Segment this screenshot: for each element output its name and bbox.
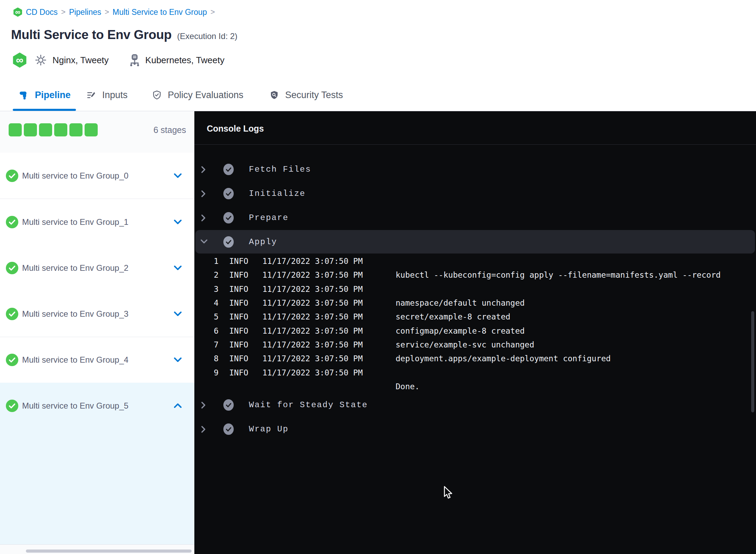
console-step-label: Prepare [249,213,289,222]
console-logs-panel: Console Logs Fetch Files Initialize [194,111,756,554]
execution-id: (Execution Id: 2) [177,31,238,41]
console-step-wrap-up[interactable]: Wrap Up [194,417,756,441]
title-row: Multi Service to Env Group (Execution Id… [11,28,238,42]
step-success-check-icon [223,423,234,436]
breadcrumb-pipeline-name[interactable]: Multi Service to Env Group [113,8,207,17]
stage-row[interactable]: Multi service to Env Group_2 [0,245,194,291]
chevron-right-icon[interactable] [200,214,206,223]
console-step-label: Wait for Steady State [249,400,368,410]
stage-name: Multi service to Env Group_1 [22,217,128,227]
chevron-right-icon[interactable] [200,190,206,199]
console-step-label: Apply [249,237,277,247]
console-divider [194,144,756,145]
log-timestamp: 11/17/2022 3:07:50 PM [262,257,363,266]
chevron-right-icon[interactable] [200,426,206,434]
breadcrumb: ∞ CD Docs > Pipelines > Multi Service to… [13,6,215,18]
service-label: Nginx, Tweety [52,55,109,66]
stage-row[interactable]: Multi service to Env Group_1 [0,199,194,245]
tab-inputs[interactable]: Inputs [86,79,128,111]
step-success-check-icon [223,399,234,412]
stage-count-label: 6 stages [153,125,186,135]
log-message: namespace/default unchanged [396,298,525,307]
log-line-number: 5 [205,312,219,321]
stage-name: Multi service to Env Group_2 [22,263,128,273]
inputs-icon [86,90,96,100]
log-timestamp: 11/17/2022 3:07:50 PM [262,326,363,335]
success-check-icon [6,308,18,322]
pipeline-icon [19,90,29,100]
chevron-down-icon[interactable] [173,218,183,227]
stage-progress-squares [9,123,98,136]
execution-meta-row: ∞ Nginx, Tweety Kubernetes, Tweety [12,52,224,68]
log-timestamp: 11/17/2022 3:07:50 PM [262,298,363,307]
log-line-number: 3 [205,285,219,294]
tab-pipeline-label: Pipeline [35,90,71,101]
expanded-stage-group: Multi service to Env Group_5 Service 3s … [0,383,194,544]
breadcrumb-pipelines[interactable]: Pipelines [69,8,101,17]
step-success-check-icon [223,236,234,249]
log-level: INFO [229,285,248,294]
console-step-label: Initialize [249,189,306,198]
log-line: 3 INFO 11/17/2022 3:07:50 PM [194,282,756,296]
vertical-scrollbar-thumb[interactable] [751,311,754,412]
stage-row[interactable]: Multi service to Env Group_4 [0,337,194,383]
console-logs-title: Console Logs [207,124,264,134]
log-line: 9 INFO 11/17/2022 3:07:50 PM [194,366,756,380]
kubernetes-infra-icon [129,54,140,67]
log-line-number: 1 [205,257,219,266]
security-shield-icon [269,90,279,100]
log-line: 5 INFO 11/17/2022 3:07:50 PM secret/exam… [194,310,756,324]
log-level: INFO [229,312,248,321]
pipeline-execution-screen: ∞ CD Docs > Pipelines > Multi Service to… [0,0,756,554]
infrastructure-label: Kubernetes, Tweety [145,55,224,66]
stage-row[interactable]: Multi service to Env Group_3 [0,291,194,337]
stages-sidebar: 6 stages Multi service to Env Group_0 Mu… [0,111,194,554]
horizontal-scrollbar-thumb[interactable] [26,550,192,553]
tab-security-tests[interactable]: Security Tests [269,79,343,111]
stage-row[interactable]: Multi service to Env Group_0 [0,153,194,199]
log-message: configmap/example-8 created [396,326,525,335]
log-message: kubectl --kubeconfig=config apply --file… [396,270,721,279]
chevron-down-icon[interactable] [173,356,183,365]
log-line-number: 7 [205,340,219,349]
log-timestamp: 11/17/2022 3:07:50 PM [262,354,363,363]
chevron-right-icon[interactable] [200,401,206,410]
log-line: 1 INFO 11/17/2022 3:07:50 PM [194,254,756,268]
gear-icon [35,54,47,66]
console-step-initialize[interactable]: Initialize [194,181,756,206]
log-line: 8 INFO 11/17/2022 3:07:50 PM deployment.… [194,352,756,365]
log-line: 6 INFO 11/17/2022 3:07:50 PM configmap/e… [194,324,756,338]
log-line: 2 INFO 11/17/2022 3:07:50 PM kubectl --k… [194,268,756,282]
chevron-down-icon[interactable] [173,264,183,273]
log-line-number: 8 [205,354,219,363]
log-level: INFO [229,326,248,335]
stage-row-expanded[interactable]: Multi service to Env Group_5 [0,383,194,429]
log-level: INFO [229,257,248,266]
chevron-right-icon[interactable] [200,166,206,175]
chevron-down-icon[interactable] [173,310,183,319]
console-step-prepare[interactable]: Prepare [194,206,756,230]
tab-policy-evaluations[interactable]: Policy Evaluations [152,79,243,111]
console-step-fetch-files[interactable]: Fetch Files [194,157,756,181]
page-title: Multi Service to Env Group [11,28,172,42]
console-step-wait-for-steady-state[interactable]: Wait for Steady State [194,393,756,417]
chevron-down-icon[interactable] [173,172,183,181]
console-step-label: Fetch Files [249,165,311,174]
tab-pipeline[interactable]: Pipeline [19,79,71,111]
chevron-up-icon[interactable] [173,402,183,411]
mouse-cursor [444,486,453,501]
log-timestamp: 11/17/2022 3:07:50 PM [262,312,363,321]
log-timestamp: 11/17/2022 3:07:50 PM [262,285,363,294]
log-timestamp: 11/17/2022 3:07:50 PM [262,270,363,279]
breadcrumb-cd-docs[interactable]: CD Docs [26,8,58,17]
log-message: secret/example-8 created [396,312,510,321]
breadcrumb-separator: > [211,8,215,17]
log-line-number: 2 [205,270,219,279]
chevron-down-icon[interactable] [200,238,208,246]
stage-name: Multi service to Env Group_5 [22,401,128,411]
stage-name: Multi service to Env Group_0 [22,171,128,181]
console-step-label: Wrap Up [249,424,289,434]
log-message: service/example-svc unchanged [396,340,534,349]
console-step-apply[interactable]: Apply [195,230,755,254]
log-message: deployment.apps/example-deployment confi… [396,354,611,363]
